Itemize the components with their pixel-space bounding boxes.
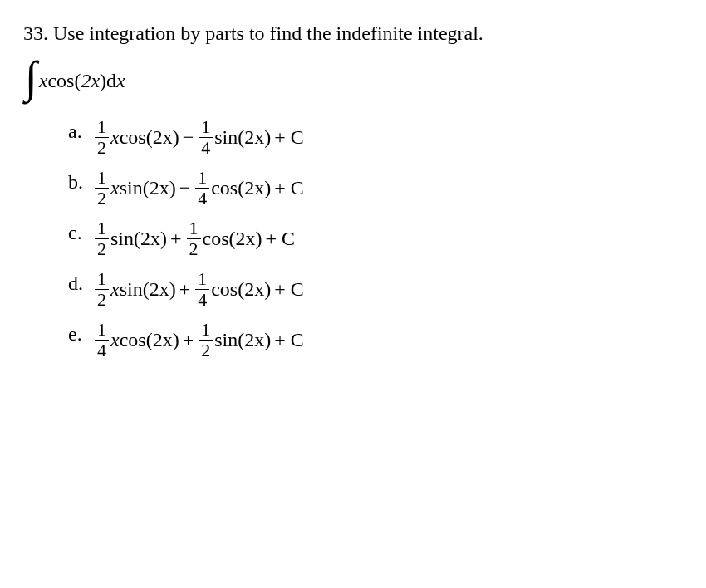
arg: (2x) (146, 126, 179, 149)
choice-label: b. (68, 169, 93, 192)
choice-expression: 1 2 sin (2x) + 1 2 cos (2x) + C (93, 219, 298, 258)
choice-label: a. (68, 118, 93, 141)
numerator: 1 (95, 321, 109, 341)
constant: + C (274, 177, 304, 199)
numerator: 1 (95, 219, 109, 239)
fraction: 1 2 (187, 219, 201, 258)
var: x (110, 126, 120, 149)
integral-expression: ∫ xcos(2x)dx (25, 56, 683, 101)
denominator: 4 (195, 189, 209, 208)
integrand: xcos(2x)dx (39, 70, 125, 92)
constant: + C (274, 278, 304, 301)
arg: (2x) (143, 278, 176, 301)
var: x (110, 278, 120, 301)
func: sin (110, 228, 134, 250)
numerator: 1 (195, 169, 209, 189)
var: x (110, 329, 120, 351)
choice-d: d. 1 2 x sin (2x) + 1 4 cos (2x) (68, 270, 683, 309)
fraction: 1 2 (95, 219, 109, 258)
arg: (2x) (143, 177, 176, 199)
question-number: 33. (23, 22, 48, 44)
choice-expression: 1 2 x sin (2x) − 1 4 cos (2x) + C (93, 169, 307, 208)
fraction: 1 2 (199, 321, 213, 360)
numerator: 1 (195, 270, 209, 290)
arg: (2x) (134, 228, 167, 250)
func: sin (214, 126, 238, 149)
choice-expression: 1 2 x cos (2x) − 1 4 sin (2x) + C (93, 118, 307, 157)
operator: + (170, 228, 182, 250)
choice-label: e. (68, 321, 93, 344)
denominator: 2 (199, 341, 213, 360)
arg: (2x) (238, 278, 271, 301)
numerator: 1 (95, 169, 109, 189)
fraction: 1 4 (195, 270, 209, 309)
func: cos (203, 228, 229, 250)
numerator: 1 (199, 321, 213, 341)
arg: (2x) (238, 329, 271, 351)
func: cos (211, 278, 238, 301)
choice-b: b. 1 2 x sin (2x) − 1 4 cos (2x) (68, 169, 683, 208)
func: sin (120, 177, 143, 199)
choice-e: e. 1 4 x cos (2x) + 1 2 sin (2x) (68, 321, 683, 360)
answer-choices: a. 1 2 x cos (2x) − 1 4 sin (2x) (68, 118, 683, 360)
question-text: 33. Use integration by parts to find the… (23, 20, 683, 47)
constant: + C (274, 126, 304, 149)
var: x (110, 177, 120, 199)
arg: (2x) (238, 177, 271, 199)
integral-sign-icon: ∫ (25, 55, 37, 100)
func: cos (211, 177, 238, 199)
numerator: 1 (95, 118, 109, 138)
numerator: 1 (95, 270, 109, 290)
denominator: 2 (187, 239, 201, 258)
choice-a: a. 1 2 x cos (2x) − 1 4 sin (2x) (68, 118, 683, 157)
denominator: 4 (195, 290, 209, 309)
operator: + (179, 278, 191, 301)
arg: (2x) (146, 329, 179, 351)
constant: + C (274, 329, 304, 351)
operator: − (183, 126, 194, 149)
numerator: 1 (187, 219, 201, 239)
constant: + C (266, 228, 296, 250)
denominator: 4 (199, 138, 213, 157)
arg: (2x) (229, 228, 262, 250)
fraction: 1 2 (95, 169, 109, 208)
denominator: 2 (95, 290, 109, 309)
denominator: 2 (95, 189, 109, 208)
denominator: 2 (95, 138, 109, 157)
fraction: 1 4 (195, 169, 209, 208)
operator: − (179, 177, 191, 199)
denominator: 4 (95, 341, 109, 360)
numerator: 1 (199, 118, 213, 138)
choice-label: d. (68, 270, 93, 293)
fraction: 1 4 (95, 321, 109, 360)
func: sin (120, 278, 143, 301)
choice-expression: 1 2 x sin (2x) + 1 4 cos (2x) + C (93, 270, 307, 309)
choice-label: c. (68, 219, 93, 243)
arg: (2x) (238, 126, 271, 149)
fraction: 1 2 (95, 270, 109, 309)
operator: + (183, 329, 194, 351)
fraction: 1 4 (199, 118, 213, 157)
question-body: Use integration by parts to find the ind… (53, 22, 483, 44)
denominator: 2 (95, 239, 109, 258)
func: sin (214, 329, 238, 351)
fraction: 1 2 (95, 118, 109, 157)
choice-c: c. 1 2 sin (2x) + 1 2 cos (2x) (68, 219, 683, 258)
func: cos (120, 329, 146, 351)
choice-expression: 1 4 x cos (2x) + 1 2 sin (2x) + C (93, 321, 307, 360)
func: cos (120, 126, 146, 149)
